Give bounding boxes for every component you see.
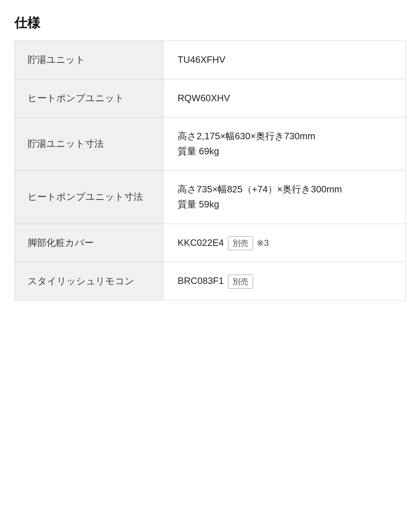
spec-value-4: KKC022E4別売※3 [163, 224, 405, 262]
spec-value-line: 質量 59kg [178, 199, 219, 210]
spec-label-2: 貯湯ユニット寸法 [15, 117, 163, 170]
spec-value-2: 高さ2,175×幅630×奥行き730mm質量 69kg [163, 117, 405, 170]
page-title: 仕様 [14, 14, 406, 32]
spec-value-text: BRC083F1 [178, 275, 224, 286]
spec-label-5: スタイリッシュリモコン [15, 262, 163, 300]
spec-value-text: TU46XFHV [178, 54, 225, 65]
betsubai-badge: 別売 [228, 236, 253, 250]
table-row: 脚部化粧カバーKKC022E4別売※3 [15, 224, 406, 262]
spec-table: 貯湯ユニットTU46XFHVヒートポンプユニットRQW60XHV貯湯ユニット寸法… [14, 41, 406, 300]
table-row: ヒートポンプユニット寸法高さ735×幅825（+74）×奥行き300mm質量 5… [15, 170, 406, 224]
table-row: 貯湯ユニットTU46XFHV [15, 41, 406, 79]
spec-value-line: 高さ2,175×幅630×奥行き730mm [178, 131, 316, 141]
spec-value-line: 高さ735×幅825（+74）×奥行き300mm [178, 184, 342, 195]
betsubai-badge: 別売 [228, 275, 253, 289]
spec-value-3: 高さ735×幅825（+74）×奥行き300mm質量 59kg [163, 170, 405, 224]
spec-value-text: RQW60XHV [178, 93, 230, 103]
spec-label-1: ヒートポンプユニット [15, 79, 163, 117]
spec-label-0: 貯湯ユニット [15, 41, 163, 79]
note-text: ※3 [257, 238, 269, 248]
spec-value-text: KKC022E4 [178, 237, 224, 248]
spec-value-5: BRC083F1別売 [163, 262, 405, 300]
table-row: スタイリッシュリモコンBRC083F1別売 [15, 262, 406, 300]
table-row: 貯湯ユニット寸法高さ2,175×幅630×奥行き730mm質量 69kg [15, 117, 406, 170]
spec-label-3: ヒートポンプユニット寸法 [15, 170, 163, 224]
spec-value-0: TU46XFHV [163, 41, 405, 79]
spec-value-line: 質量 69kg [178, 146, 219, 156]
table-row: ヒートポンプユニットRQW60XHV [15, 79, 406, 117]
spec-value-1: RQW60XHV [163, 79, 405, 117]
spec-label-4: 脚部化粧カバー [15, 224, 163, 262]
